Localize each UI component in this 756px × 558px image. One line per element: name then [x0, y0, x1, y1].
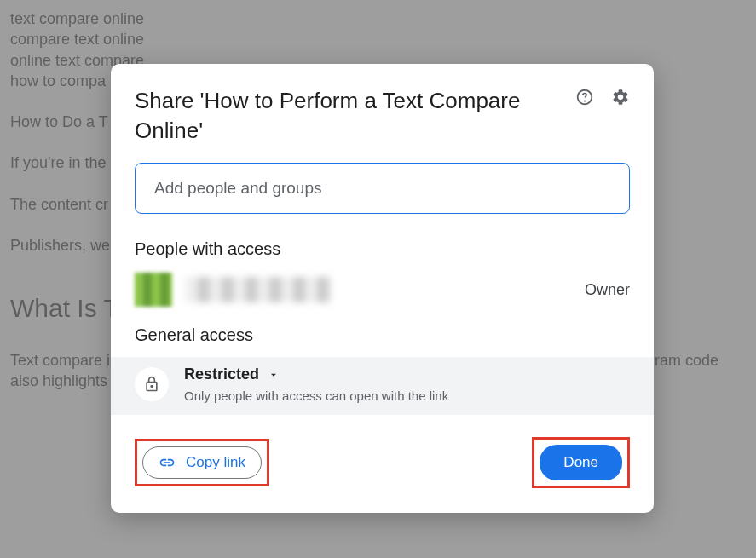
- chevron-down-icon: [268, 369, 280, 381]
- dialog-title: Share 'How to Perform a Text Compare Onl…: [135, 86, 544, 146]
- copy-link-highlight: Copy link: [135, 439, 269, 486]
- people-with-access-heading: People with access: [135, 239, 630, 259]
- person-name-redacted: [186, 277, 331, 302]
- share-dialog: Share 'How to Perform a Text Compare Onl…: [111, 64, 654, 513]
- person-row: Owner: [135, 273, 630, 307]
- access-description: Only people with access can open with th…: [184, 388, 630, 403]
- general-access-row: Restricted Only people with access can o…: [111, 357, 654, 415]
- copy-link-button[interactable]: Copy link: [142, 446, 262, 479]
- help-icon[interactable]: [575, 88, 594, 110]
- access-level-label: Restricted: [184, 365, 259, 383]
- avatar: [135, 273, 172, 307]
- done-highlight: Done: [532, 437, 630, 488]
- general-access-heading: General access: [135, 325, 630, 345]
- person-role: Owner: [585, 281, 630, 299]
- add-people-input[interactable]: [135, 163, 630, 214]
- gear-icon[interactable]: [611, 88, 630, 110]
- link-icon: [159, 454, 176, 471]
- lock-icon: [135, 367, 169, 401]
- access-level-dropdown[interactable]: Restricted: [184, 365, 630, 383]
- copy-link-label: Copy link: [186, 454, 245, 471]
- done-button[interactable]: Done: [540, 445, 622, 480]
